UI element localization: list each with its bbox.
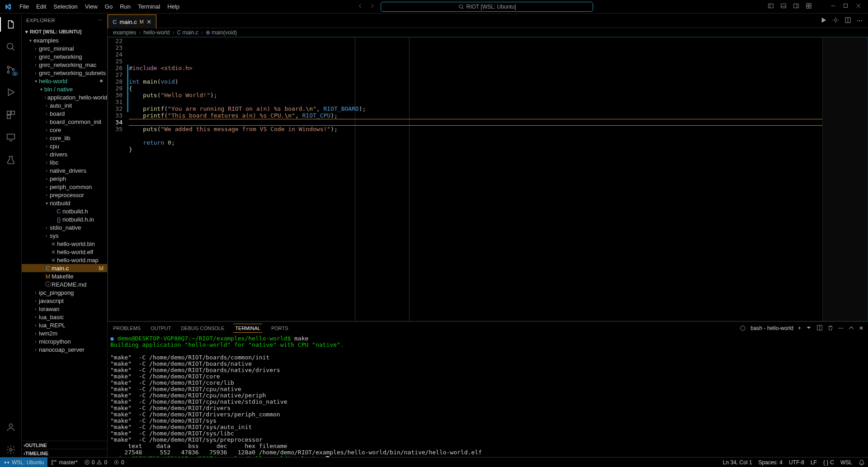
panel-tab-terminal[interactable]: TERMINAL <box>233 324 262 333</box>
maximize-icon[interactable] <box>843 3 849 10</box>
encoding[interactable]: UTF-8 <box>786 459 807 466</box>
terminal-more-icon[interactable]: ⋯ <box>838 325 844 331</box>
panel-tab-ports[interactable]: PORTS <box>270 324 289 333</box>
tree-item[interactable]: ›periph_common <box>22 183 107 191</box>
tree-item[interactable]: ▾riotbuild <box>22 199 107 207</box>
close-panel-icon[interactable]: ✕ <box>859 325 863 331</box>
breadcrumb-item[interactable]: hello-world <box>143 29 170 36</box>
split-editor-icon[interactable] <box>844 17 851 25</box>
problems-indicator[interactable]: 0 0 <box>81 459 110 466</box>
tree-item[interactable]: ›lorawan <box>22 305 107 313</box>
tree-item[interactable]: ›sys <box>22 231 107 240</box>
tree-item[interactable]: ›gnrc_networking_mac <box>22 61 107 69</box>
tree-item[interactable]: ›lua_basic <box>22 313 107 321</box>
tree-item[interactable]: ▾examples <box>22 36 107 44</box>
tree-item[interactable]: ›auto_init <box>22 101 107 109</box>
split-terminal-icon[interactable] <box>816 325 823 332</box>
settings-icon[interactable] <box>0 443 22 457</box>
command-center[interactable]: RIOT [WSL: Ubuntu] <box>381 2 593 12</box>
nav-back-icon[interactable] <box>357 3 363 10</box>
tab-main-c[interactable]: C main.c M ✕ <box>108 14 156 28</box>
cursor-position[interactable]: Ln 34, Col 1 <box>720 459 755 466</box>
ports-indicator[interactable]: 0 <box>110 459 127 466</box>
tree-item[interactable]: ›libc <box>22 158 107 166</box>
tree-item[interactable]: ›core_lib <box>22 134 107 142</box>
tree-item[interactable]: ≡hello-world.elf <box>22 248 107 256</box>
remote-explorer-icon[interactable] <box>0 130 22 145</box>
tree-item[interactable]: ›gnrc_networking_subnets <box>22 69 107 77</box>
timeline-section[interactable]: ›TIMELINE <box>22 449 107 457</box>
tree-item[interactable]: ›ipc_pingpong <box>22 288 107 297</box>
layout-right-icon[interactable] <box>793 3 799 10</box>
tree-item[interactable]: {}riotbuild.h.in <box>22 215 107 223</box>
run-debug-icon[interactable] <box>0 85 22 99</box>
remote-indicator[interactable]: WSL: Ubuntu <box>0 458 47 467</box>
tree-item[interactable]: ⓘREADME.md <box>22 280 107 288</box>
tree-item[interactable]: ≡hello-world.map <box>22 256 107 264</box>
breadcrumb-item[interactable]: C main.c <box>177 29 198 36</box>
eol[interactable]: LF <box>807 459 820 466</box>
accounts-icon[interactable] <box>0 420 22 434</box>
language-mode[interactable]: { }C <box>820 459 837 466</box>
panel-tab-debug console[interactable]: DEBUG CONSOLE <box>180 324 225 333</box>
tree-item[interactable]: ›stdio_native <box>22 223 107 231</box>
code-editor[interactable]: 2223242526272829303132333435 #include <s… <box>108 37 868 321</box>
tree-item[interactable]: ›application_hello-world <box>22 93 107 101</box>
more-actions-icon[interactable]: ⋯ <box>857 17 863 24</box>
tree-item[interactable]: ▾hello-world <box>22 77 107 85</box>
source-control-icon[interactable]: 1 <box>0 62 22 77</box>
tree-item[interactable]: ›cpu <box>22 142 107 150</box>
maximize-panel-icon[interactable] <box>848 325 854 332</box>
testing-icon[interactable] <box>0 153 22 167</box>
menu-go[interactable]: Go <box>101 3 116 10</box>
tree-item[interactable]: MMakefile <box>22 272 107 280</box>
extensions-icon[interactable] <box>0 108 22 122</box>
tree-item[interactable]: ▾bin / native <box>22 85 107 93</box>
panel-tab-output[interactable]: OUTPUT <box>150 324 172 333</box>
close-icon[interactable] <box>855 3 862 10</box>
breadcrumb-item[interactable]: examples <box>113 29 136 36</box>
tree-item[interactable]: ›lua_REPL <box>22 321 107 329</box>
menu-run[interactable]: Run <box>116 3 134 10</box>
tree-item[interactable]: Criotbuild.h <box>22 207 107 215</box>
explorer-icon[interactable] <box>0 17 22 32</box>
minimap[interactable] <box>822 38 868 321</box>
panel-tab-problems[interactable]: PROBLEMS <box>112 324 142 333</box>
close-tab-icon[interactable]: ✕ <box>146 19 151 25</box>
tree-item[interactable]: ›javascript <box>22 297 107 305</box>
new-terminal-icon[interactable]: + <box>798 325 801 331</box>
debug-config-icon[interactable] <box>832 17 839 25</box>
tree-item[interactable]: ≡hello-world.bin <box>22 240 107 248</box>
tree-item[interactable]: ›board <box>22 109 107 118</box>
tree-item[interactable]: ›native_drivers <box>22 166 107 175</box>
tree-item[interactable]: ›nanocoap_server <box>22 345 107 354</box>
breadcrumb[interactable]: examples›hello-world›C main.c›⊕ main(voi… <box>108 28 868 37</box>
layout-customize-icon[interactable] <box>806 3 812 10</box>
menu-terminal[interactable]: Terminal <box>134 3 164 10</box>
layout-left-icon[interactable] <box>768 3 774 10</box>
project-section[interactable]: ▾RIOT [WSL: UBUNTU] <box>22 27 107 36</box>
terminal-dropdown-icon[interactable] <box>806 325 812 332</box>
terminal-output[interactable]: ● demo@DESKTOP-VGP80Q7:~/RIOT/examples/h… <box>108 335 868 457</box>
terminal-shell-label[interactable]: bash - hello-world <box>750 325 793 331</box>
kill-terminal-icon[interactable] <box>827 325 834 332</box>
tree-item[interactable]: ›core <box>22 126 107 134</box>
code-content[interactable]: #include <stdio.h>int main(void){ puts("… <box>129 38 822 321</box>
tree-item[interactable]: ›drivers <box>22 150 107 158</box>
wsl-indicator[interactable]: WSL <box>837 459 855 466</box>
menu-help[interactable]: Help <box>164 3 183 10</box>
tree-item[interactable]: ›gnrc_minimal <box>22 44 107 52</box>
layout-bottom-icon[interactable] <box>780 3 787 10</box>
menu-edit[interactable]: Edit <box>33 3 50 10</box>
tree-item[interactable]: ›periph <box>22 175 107 183</box>
indentation[interactable]: Spaces: 4 <box>755 459 786 466</box>
tree-item[interactable]: ›gnrc_networking <box>22 52 107 61</box>
search-icon[interactable] <box>0 40 22 54</box>
menu-view[interactable]: View <box>81 3 101 10</box>
nav-forward-icon[interactable] <box>369 3 375 10</box>
notifications-icon[interactable] <box>855 459 868 466</box>
tree-item[interactable]: ›lwm2m <box>22 329 107 337</box>
tree-item[interactable]: Cmain.cM <box>22 264 107 272</box>
outline-section[interactable]: ›OUTLINE <box>22 441 107 449</box>
run-icon[interactable] <box>820 17 827 25</box>
